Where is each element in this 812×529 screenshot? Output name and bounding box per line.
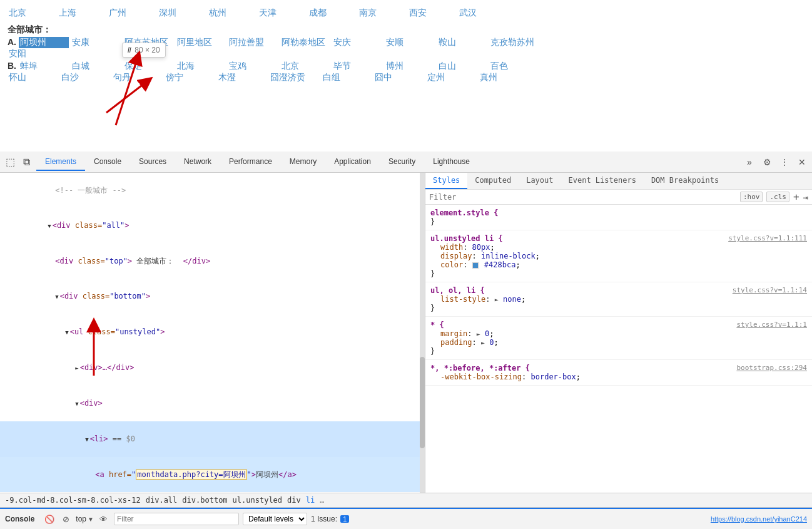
city-bengbu[interactable]: 蚌埠: [19, 61, 69, 72]
html-line-div2[interactable]: ▼<div>: [0, 386, 425, 421]
css-source-1[interactable]: style.css?v=1.1:111: [728, 234, 807, 242]
console-url[interactable]: https://blog.csdn.net/yihanC214: [711, 515, 807, 523]
bc-col[interactable]: -9.col-md-8.col-sm-8.col-xs-12: [5, 496, 141, 505]
tab-performance[interactable]: Performance: [220, 153, 281, 171]
city-alashan[interactable]: 阿拉善盟: [228, 37, 278, 48]
city-ali[interactable]: 阿里地区: [176, 37, 226, 48]
city-dingzhou[interactable]: 定州: [426, 72, 476, 83]
eye-icon[interactable]: 👁: [98, 513, 110, 525]
bc-div-bottom[interactable]: div.bottom: [182, 496, 227, 505]
devtools-tab-bar: ⬚ ⧉ Elements Console Sources Network Per…: [0, 152, 812, 173]
city-baoji[interactable]: 宝鸡: [228, 61, 278, 72]
city-bijie[interactable]: 毕节: [332, 61, 382, 72]
city-xian[interactable]: 西安: [408, 5, 458, 21]
subtab-computed[interactable]: Computed: [467, 173, 519, 189]
city-huaishan[interactable]: 怀山: [8, 72, 58, 83]
tab-application[interactable]: Application: [325, 153, 380, 171]
html-line-div1[interactable]: ►<div>…</div>: [0, 350, 425, 386]
city-baicheng[interactable]: 白城: [71, 61, 121, 72]
bc-more[interactable]: …: [320, 496, 324, 505]
issue-badge[interactable]: 1: [340, 515, 349, 523]
html-line-div-bottom[interactable]: ▼<div class="bottom">: [0, 279, 425, 314]
city-baise[interactable]: 百色: [489, 61, 539, 72]
city-nanjing[interactable]: 南京: [358, 5, 408, 21]
bc-div[interactable]: div: [287, 496, 301, 505]
bc-div-all[interactable]: div.all: [146, 496, 178, 505]
city-chengdu[interactable]: 成都: [308, 5, 358, 21]
city-anqing[interactable]: 安庆: [332, 37, 382, 48]
filter-add-btn[interactable]: +: [793, 191, 799, 203]
html-line-li-selected[interactable]: ▼<li> == $0: [0, 421, 425, 457]
city-kezilesu[interactable]: 克孜勒苏州: [489, 37, 539, 48]
css-source-3[interactable]: style.css?v=1.1:1: [736, 321, 807, 329]
settings-icon[interactable]: ⚙: [759, 155, 774, 170]
html-panel-scrollbar[interactable]: [420, 173, 425, 493]
tab-memory[interactable]: Memory: [281, 153, 325, 171]
device-toggle-icon[interactable]: ⧉: [19, 155, 34, 170]
city-guangzhou[interactable]: 广州: [108, 5, 158, 21]
html-line-div-top[interactable]: <div class="top"> 全部城市： </div>: [0, 244, 425, 279]
city-anshan[interactable]: 鞍山: [437, 37, 487, 48]
city-wuhan[interactable]: 武汉: [458, 5, 508, 21]
city-jijigong[interactable]: 囧澄济贡: [269, 72, 319, 83]
city-judan[interactable]: 句丹: [112, 72, 162, 83]
css-source-4[interactable]: bootstrap.css:294: [736, 364, 807, 372]
city-hangzhou[interactable]: 杭州: [208, 5, 258, 21]
subtab-layout[interactable]: Layout: [519, 173, 561, 189]
subtab-event-listeners[interactable]: Event Listeners: [561, 173, 644, 189]
city-bangning[interactable]: 傍宁: [165, 72, 215, 83]
inspect-icon[interactable]: ⬚: [3, 155, 18, 170]
city-shenzhen[interactable]: 深圳: [158, 5, 208, 21]
tab-elements[interactable]: Elements: [36, 153, 85, 171]
more-tabs-icon[interactable]: »: [742, 155, 757, 170]
city-muchen[interactable]: 木澄: [217, 72, 267, 83]
city-baoding[interactable]: 保定: [123, 61, 173, 72]
html-line-a[interactable]: <a href="monthdata.php?city=阿坝州">阿坝州</a>: [0, 457, 425, 492]
color-swatch-blue[interactable]: [472, 262, 479, 269]
html-line-ul[interactable]: ▼<ul class="unstyled">: [0, 314, 425, 350]
tab-lighthouse[interactable]: Lighthouse: [424, 153, 479, 171]
webpage-area: 北京 上海 广州 深圳 杭州 天津 成都 南京 西安 武汉 全部城市： A. 阿…: [0, 0, 812, 152]
filter-cls-btn[interactable]: .cls: [766, 192, 789, 202]
more-options-icon[interactable]: ⋮: [777, 155, 792, 170]
styles-filter-input[interactable]: [429, 193, 736, 202]
css-source-2[interactable]: style.css?v=1.1:14: [733, 286, 807, 294]
city-aba[interactable]: 阿坝州: [19, 37, 69, 48]
city-beijing2[interactable]: 北京: [280, 61, 330, 72]
city-anyang[interactable]: 安阳: [8, 48, 58, 59]
city-beijing[interactable]: 北京: [8, 5, 58, 21]
console-filter-input[interactable]: [114, 513, 239, 525]
console-level-select[interactable]: Default levels: [243, 513, 307, 525]
city-baizu[interactable]: 白组: [322, 72, 372, 83]
city-zhenzhou[interactable]: 真州: [479, 72, 529, 83]
subtab-dom-breakpoints[interactable]: DOM Breakpoints: [644, 173, 726, 189]
close-devtools-icon[interactable]: ✕: [794, 155, 809, 170]
city-anshun[interactable]: 安顺: [385, 37, 435, 48]
city-ankang[interactable]: 安康: [71, 37, 121, 48]
tab-sources[interactable]: Sources: [130, 153, 175, 171]
tab-network[interactable]: Network: [175, 153, 220, 171]
devtools-main: <!-- 一般城市 --> ▼<div class="all"> <div cl…: [0, 173, 812, 493]
filter-hov-btn[interactable]: :hov: [740, 192, 763, 202]
city-baishan[interactable]: 白山: [437, 61, 487, 72]
html-scrollbar-thumb[interactable]: [420, 357, 425, 449]
console-ban-icon[interactable]: ⊘: [59, 513, 72, 525]
city-beihai[interactable]: 北海: [176, 61, 226, 72]
city-baisha[interactable]: 白沙: [60, 72, 110, 83]
tab-console[interactable]: Console: [85, 153, 130, 171]
top-chevron[interactable]: ▼: [88, 516, 94, 523]
css-prop-color: color: #428bca;: [430, 260, 807, 269]
html-line-li-close[interactable]: </li>: [0, 492, 425, 493]
city-jiongzhong[interactable]: 囧中: [373, 72, 424, 83]
bc-li[interactable]: li: [306, 496, 315, 505]
tab-security[interactable]: Security: [380, 153, 424, 171]
bc-ul-unstyled[interactable]: ul.unstyled: [233, 496, 282, 505]
filter-expand-btn[interactable]: ⇥: [803, 192, 808, 202]
html-line-div-all[interactable]: ▼<div class="all">: [0, 208, 425, 244]
city-tianjin[interactable]: 天津: [258, 5, 308, 21]
subtab-styles[interactable]: Styles: [425, 173, 467, 189]
city-aletai[interactable]: 阿勒泰地区: [280, 37, 330, 48]
city-bozhou[interactable]: 博州: [385, 61, 435, 72]
console-clear-icon[interactable]: 🚫: [43, 513, 56, 525]
city-shanghai[interactable]: 上海: [58, 5, 108, 21]
